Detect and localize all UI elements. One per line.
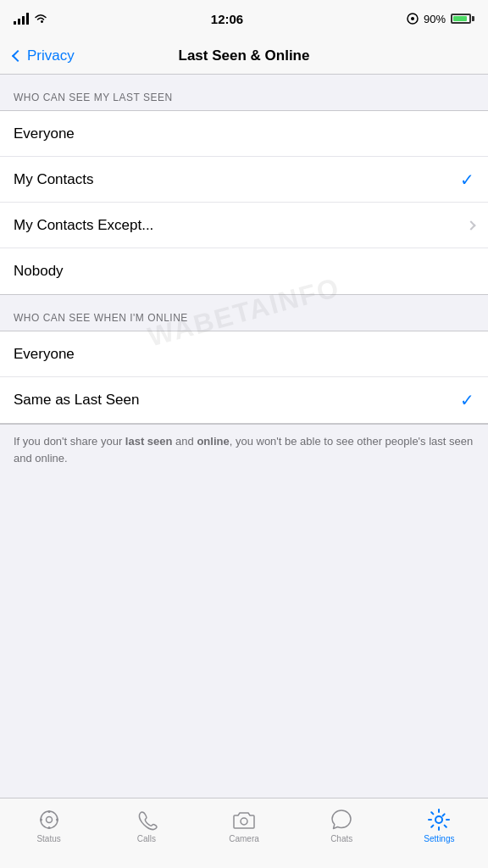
status-icon xyxy=(38,809,60,831)
svg-rect-0 xyxy=(14,21,16,25)
camera-icon xyxy=(233,809,255,831)
svg-point-6 xyxy=(41,811,58,828)
list-item-same-as-last-seen[interactable]: Same as Last Seen ✓ xyxy=(0,377,488,423)
tab-status[interactable]: Status xyxy=(0,805,97,843)
list-item-label: My Contacts Except... xyxy=(14,217,153,234)
list-item-label: Nobody xyxy=(14,263,64,280)
back-label: Privacy xyxy=(27,47,75,64)
svg-rect-1 xyxy=(18,19,20,25)
tab-settings-label: Settings xyxy=(424,834,454,843)
svg-point-9 xyxy=(47,826,50,829)
list-item-everyone-online[interactable]: Everyone xyxy=(0,331,488,377)
svg-point-13 xyxy=(435,816,442,823)
list-item-label: My Contacts xyxy=(14,171,93,188)
tab-calls[interactable]: Calls xyxy=(97,805,195,843)
status-bar: 12:06 90% xyxy=(0,0,488,37)
tab-settings[interactable]: Settings xyxy=(391,805,488,843)
svg-point-5 xyxy=(411,17,414,20)
list-item-everyone-ls[interactable]: Everyone xyxy=(0,111,488,157)
battery-percent: 90% xyxy=(424,13,446,25)
status-bar-left xyxy=(14,13,47,25)
chats-icon xyxy=(330,809,352,831)
status-bar-right: 90% xyxy=(407,13,474,25)
status-bar-time: 12:06 xyxy=(211,12,243,26)
section-online: WHO CAN SEE WHEN I'M ONLINE Everyone Sam… xyxy=(0,295,488,480)
svg-point-12 xyxy=(241,818,247,825)
list-item-label: Everyone xyxy=(14,125,75,142)
section-last-seen: WHO CAN SEE MY LAST SEEN Everyone My Con… xyxy=(0,75,488,295)
list-item-nobody-ls[interactable]: Nobody xyxy=(0,248,488,294)
list-item-my-contacts-except-ls[interactable]: My Contacts Except... xyxy=(0,203,488,248)
tab-chats-label: Chats xyxy=(330,834,352,843)
main-content: WABETAINFO WHO CAN SEE MY LAST SEEN Ever… xyxy=(0,75,488,550)
tab-bar: Status Calls Camera Chats xyxy=(0,798,488,868)
list-section-last-seen: Everyone My Contacts ✓ My Contacts Excep… xyxy=(0,110,488,295)
svg-point-8 xyxy=(47,810,50,813)
list-item-label: Everyone xyxy=(14,346,75,363)
section-header-online: WHO CAN SEE WHEN I'M ONLINE xyxy=(0,295,488,331)
battery-icon xyxy=(451,14,474,24)
list-item-my-contacts-ls[interactable]: My Contacts ✓ xyxy=(0,157,488,203)
list-section-online: Everyone Same as Last Seen ✓ xyxy=(0,331,488,424)
checkmark-icon: ✓ xyxy=(460,390,474,410)
checkmark-icon: ✓ xyxy=(460,170,474,190)
page-title: Last Seen & Online xyxy=(179,47,310,64)
svg-point-10 xyxy=(40,819,42,821)
svg-point-11 xyxy=(56,819,58,821)
tab-chats[interactable]: Chats xyxy=(293,805,391,843)
list-item-label: Same as Last Seen xyxy=(14,392,139,409)
back-button[interactable]: Privacy xyxy=(14,47,75,64)
svg-rect-3 xyxy=(26,13,29,25)
tab-calls-label: Calls xyxy=(137,834,156,843)
svg-point-7 xyxy=(46,817,52,823)
settings-icon xyxy=(428,809,450,831)
location-icon xyxy=(407,13,419,25)
tab-status-label: Status xyxy=(36,834,60,843)
section-header-last-seen: WHO CAN SEE MY LAST SEEN xyxy=(0,75,488,110)
calls-icon xyxy=(136,809,158,831)
chevron-left-icon xyxy=(12,49,24,61)
nav-bar: Privacy Last Seen & Online xyxy=(0,37,488,75)
footer-note: If you don't share your last seen and on… xyxy=(0,424,488,480)
tab-camera-label: Camera xyxy=(229,834,259,843)
wifi-icon xyxy=(34,14,47,24)
tab-camera[interactable]: Camera xyxy=(195,805,292,843)
signal-icon xyxy=(14,13,29,25)
svg-rect-2 xyxy=(22,16,25,25)
chevron-right-icon xyxy=(466,220,475,230)
